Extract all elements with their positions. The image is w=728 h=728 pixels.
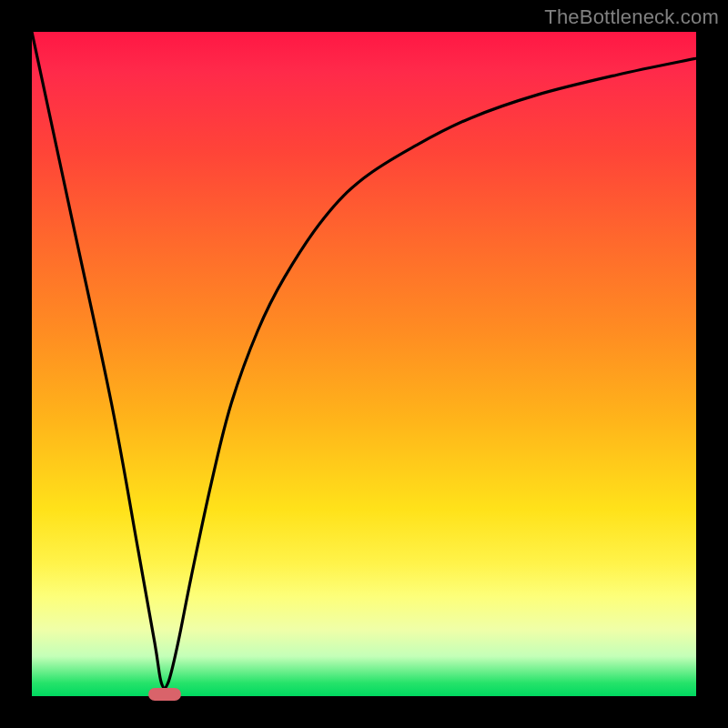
plot-area [32,32,696,696]
curve-path [32,32,696,688]
chart-frame: TheBottleneck.com [0,0,728,728]
bottleneck-marker [148,688,182,701]
curve-svg [32,32,696,696]
watermark-text: TheBottleneck.com [544,5,719,29]
